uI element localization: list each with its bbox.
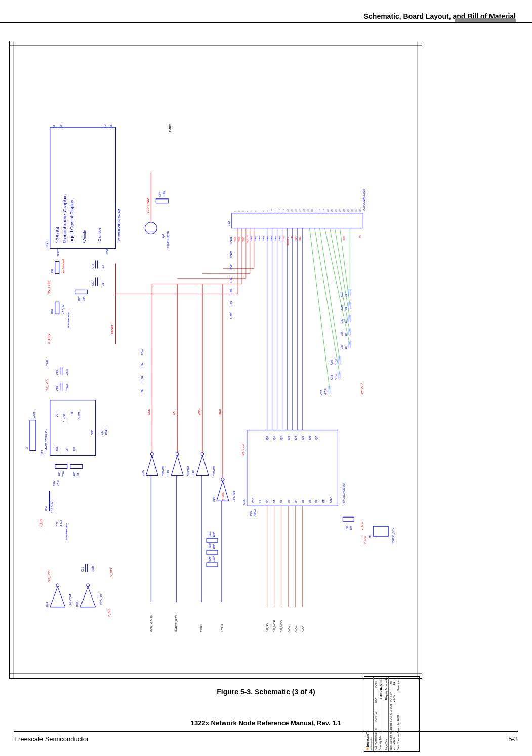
svg-text:SHDN: SHDN bbox=[78, 412, 81, 419]
svg-text:C83: C83 bbox=[91, 281, 94, 286]
svg-rect-64 bbox=[55, 464, 67, 468]
svg-text:S4: S4 bbox=[110, 124, 113, 128]
footer-left: Freescale Semiconductor bbox=[14, 735, 89, 743]
svg-text:DB2: DB2 bbox=[258, 236, 261, 241]
svg-text:ZXM61N02F: ZXM61N02F bbox=[167, 231, 170, 248]
svg-text:4: 4 bbox=[246, 210, 249, 212]
svg-text:HDR2X1_S-2V: HDR2X1_S-2V bbox=[392, 527, 395, 544]
svg-text:C78: C78 bbox=[330, 375, 333, 380]
svg-text:4.7uF: 4.7uF bbox=[334, 373, 337, 380]
svg-text:5: 5 bbox=[250, 210, 253, 212]
svg-text:ADC1: ADC1 bbox=[287, 625, 290, 632]
display-block: 128x64 Monochrome-Graphic Liquid Crystal… bbox=[45, 124, 121, 248]
svg-text:C85: C85 bbox=[56, 370, 59, 375]
svg-point-16 bbox=[145, 222, 157, 234]
schematic-drawing: 128x64 Monochrome-Graphic Liquid Crystal… bbox=[10, 41, 422, 678]
latch-in-labels: SPI_SS SPI_MOSI SPI_MISO ADC1 ADC3 ADC4 bbox=[266, 506, 304, 632]
ctrl-bus bbox=[115, 228, 254, 294]
svg-text:7: 7 bbox=[258, 210, 261, 212]
svg-text:TP91: TP91 bbox=[140, 376, 143, 382]
svg-text:5V_LCD: 5V_LCD bbox=[46, 379, 49, 391]
regulator-block: MAX1676EUB+ U13 BATT LBI REF OUT CLK/SEL… bbox=[25, 360, 107, 541]
svg-text:19: 19 bbox=[307, 209, 309, 212]
svg-text:Not Mounted: Not Mounted bbox=[62, 259, 65, 274]
svg-text:RDn: RDn bbox=[218, 409, 221, 415]
svg-text:ADC3: ADC3 bbox=[294, 625, 297, 632]
svg-rect-67 bbox=[70, 464, 83, 468]
svg-text:27: 27 bbox=[339, 209, 341, 212]
svg-text:74LVC573ADB/SOT: 74LVC573ADB/SOT bbox=[342, 482, 345, 505]
svg-text:WRn: WRn bbox=[198, 408, 201, 415]
svg-text:C88: C88 bbox=[340, 332, 343, 336]
svg-text:LCD CONNECTOR: LCD CONNECTOR bbox=[362, 189, 365, 211]
svg-text:CS1: CS1 bbox=[282, 236, 285, 241]
svg-text:CSn: CSn bbox=[147, 409, 150, 415]
svg-text:20: 20 bbox=[311, 209, 313, 212]
svg-text:5V_LCD: 5V_LCD bbox=[48, 570, 51, 582]
svg-text:U14C: U14C bbox=[141, 470, 144, 476]
svg-text:R84: R84 bbox=[45, 506, 48, 511]
svg-text:DB5: DB5 bbox=[270, 236, 273, 241]
tp-row: TP94 TP95 TP96 TP97 TP99 TP100 TP101 bbox=[229, 237, 232, 320]
svg-text:LBI: LBI bbox=[65, 448, 68, 451]
svg-text:32: 32 bbox=[359, 209, 361, 212]
svg-text:TP102: TP102 bbox=[57, 249, 60, 257]
svg-text:C73: C73 bbox=[320, 390, 323, 394]
svg-rect-146 bbox=[207, 550, 218, 554]
svg-rect-207 bbox=[232, 213, 363, 228]
svg-text:R100: R100 bbox=[208, 543, 211, 549]
svg-text:V_DIS: V_DIS bbox=[363, 536, 366, 544]
svg-text:C76: C76 bbox=[53, 481, 56, 486]
svg-text:74HCT04: 74HCT04 bbox=[212, 466, 215, 477]
svg-text:C74: C74 bbox=[91, 264, 94, 268]
svg-text:MAX1676EUB+: MAX1676EUB+ bbox=[45, 429, 48, 450]
svg-text:100nF: 100nF bbox=[66, 384, 69, 391]
svg-text:100K: 100K bbox=[162, 190, 166, 196]
svg-text:F-51553GNBJ-LW-AB: F-51553GNBJ-LW-AB bbox=[117, 209, 121, 244]
svg-text:Q0: Q0 bbox=[266, 436, 269, 440]
svg-text:1M: 1M bbox=[77, 473, 80, 477]
svg-text:DB4: DB4 bbox=[266, 236, 269, 241]
svg-text:R90: R90 bbox=[51, 309, 54, 314]
svg-text:9: 9 bbox=[266, 210, 269, 212]
svg-rect-35 bbox=[75, 290, 88, 294]
svg-text:D7: D7 bbox=[315, 500, 318, 503]
svg-text:Q6: Q6 bbox=[308, 436, 311, 440]
svg-text:R99: R99 bbox=[208, 557, 211, 562]
svg-text:DB1: DB1 bbox=[254, 236, 257, 241]
svg-text:2: 2 bbox=[238, 210, 240, 212]
svg-text:U14B: U14B bbox=[76, 602, 79, 608]
svg-text:TP90: TP90 bbox=[140, 389, 143, 395]
svg-text:GND: GND bbox=[329, 497, 332, 503]
svg-text:200K: 200K bbox=[62, 470, 65, 476]
svg-text:DB6: DB6 bbox=[274, 236, 277, 241]
svg-text:D4: D4 bbox=[294, 500, 297, 503]
svg-text:LED_PWM: LED_PWM bbox=[146, 198, 149, 213]
svg-marker-114 bbox=[196, 456, 209, 476]
svg-text:OE: OE bbox=[322, 499, 325, 503]
svg-text:R101: R101 bbox=[208, 531, 211, 537]
svg-text:D3: D3 bbox=[287, 500, 290, 503]
svg-text:C86: C86 bbox=[330, 360, 333, 365]
svg-text:TP92: TP92 bbox=[140, 363, 143, 369]
svg-text:Liquid Crystal Display: Liquid Crystal Display bbox=[69, 200, 74, 244]
svg-text:100pF: 100pF bbox=[104, 428, 107, 435]
svg-text:C81: C81 bbox=[100, 430, 103, 435]
svg-text:D5: D5 bbox=[301, 500, 304, 503]
svg-text:U14F: U14F bbox=[212, 496, 215, 502]
svg-text:TP93: TP93 bbox=[140, 349, 143, 355]
svg-text:C72: C72 bbox=[56, 522, 59, 526]
svg-text:C87: C87 bbox=[340, 345, 343, 349]
svg-text:47uF: 47uF bbox=[66, 369, 69, 375]
svg-text:UART2_CTS: UART2_CTS bbox=[149, 615, 152, 632]
svg-text:10K: 10K bbox=[82, 296, 85, 301]
svg-text:J12: J12 bbox=[227, 221, 230, 226]
svg-text:100: 100 bbox=[349, 526, 352, 531]
svg-line-294 bbox=[310, 228, 330, 391]
svg-text:L3: L3 bbox=[25, 447, 28, 450]
svg-text:DB0: DB0 bbox=[250, 236, 253, 241]
svg-text:SPI_MISO: SPI_MISO bbox=[280, 620, 283, 632]
svg-text:R86: R86 bbox=[73, 472, 76, 476]
lcd-connector: J12 LCD CONNECTOR 1234 5678 9101112 1314… bbox=[227, 189, 365, 245]
svg-text:TP96: TP96 bbox=[229, 289, 232, 295]
